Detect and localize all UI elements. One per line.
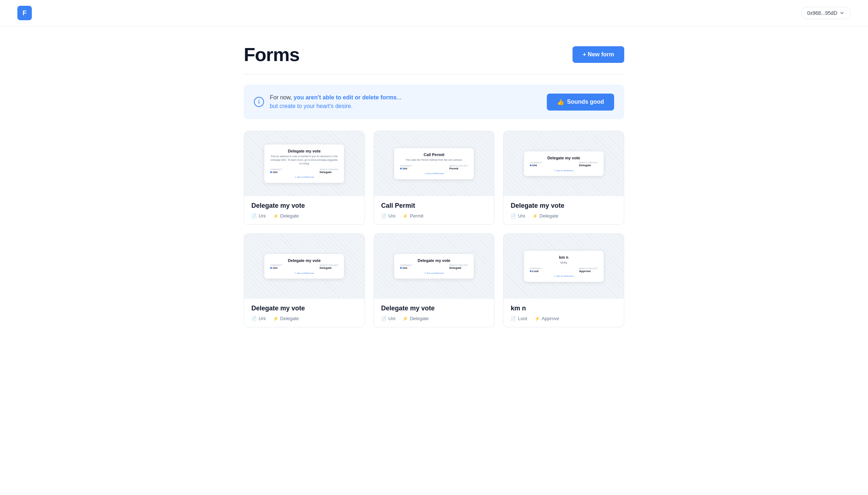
card-meta: 📄 Uni ⚡ Delegate xyxy=(251,316,357,321)
mini-form-fields: CONTRACT Uni WHAT'S THIS DO? Permit xyxy=(400,165,468,170)
meta-action-value: Delegate xyxy=(410,316,429,321)
action-value: Delegate xyxy=(320,171,339,174)
contract-field: CONTRACT Uni xyxy=(530,162,542,167)
form-card-5[interactable]: Delegate my vote CONTRACT Uni WHAT'S THI… xyxy=(374,233,495,327)
contract-field: CONTRACT Uni xyxy=(270,264,282,270)
lightning-icon: ⚡ xyxy=(532,214,538,219)
card-title: Delegate my vote xyxy=(511,202,617,210)
action-field: WHAT'S THIS DO? Delegate xyxy=(320,264,339,270)
page-header: Forms + New form xyxy=(244,44,624,65)
card-title: km n xyxy=(511,305,617,312)
wallet-button[interactable]: 0x968...95dD xyxy=(801,7,851,19)
meta-action-value: Delegate xyxy=(540,213,558,219)
meta-action: ⚡ Approve xyxy=(535,316,559,321)
lightning-icon: ⚡ xyxy=(273,214,278,219)
meta-action-value: Approve xyxy=(542,316,559,321)
sounds-good-button[interactable]: 👍 Sounds good xyxy=(547,94,614,111)
meta-contract-value: Uni xyxy=(518,213,525,219)
header: F 0x968...95dD xyxy=(0,0,868,26)
mini-form-desc: kjbdig xyxy=(530,261,598,264)
link-icon: ↗ xyxy=(294,176,296,178)
action-value: Delegate xyxy=(320,266,339,270)
mini-form: Call Permit This calls the Permit method… xyxy=(394,148,474,179)
meta-action: ⚡ Delegate xyxy=(273,213,299,219)
form-card-4[interactable]: Delegate my vote CONTRACT Uni WHAT'S THI… xyxy=(244,233,365,327)
info-icon: i xyxy=(254,97,264,107)
card-meta: 📄 Uni ⚡ Delegate xyxy=(251,213,357,219)
lightning-icon: ⚡ xyxy=(273,316,278,321)
link-icon: ↗ xyxy=(294,272,296,274)
contract-field: CONTRACT Uni xyxy=(270,168,282,174)
meta-contract-value: Uni xyxy=(388,316,396,321)
action-field: WHAT'S THIS DO? Delegate xyxy=(320,168,339,174)
page-title: Forms xyxy=(244,44,299,65)
mini-form: Delegate my vote CONTRACT Uni WHAT'S THI… xyxy=(394,254,474,279)
meta-action-value: Delegate xyxy=(280,213,299,219)
mini-form-title: Delegate my vote xyxy=(270,258,338,263)
action-value: Delegate xyxy=(579,164,598,167)
card-body: km n 📄 Loot ⚡ Approve xyxy=(503,299,624,327)
mini-form: km n kjbdig CONTRACT Loot WHAT'S THIS DO… xyxy=(524,251,604,282)
contract-dot xyxy=(400,267,402,269)
etherscan-link: ↗ See on Etherscan xyxy=(270,176,338,178)
etherscan-link: ↗ See on Etherscan xyxy=(270,272,338,274)
contract-value: Loot xyxy=(530,270,542,273)
form-card-6[interactable]: km n kjbdig CONTRACT Loot WHAT'S THIS DO… xyxy=(503,233,624,327)
form-card-3[interactable]: Delegate my vote CONTRACT Uni WHAT'S THI… xyxy=(503,131,624,225)
card-preview: Delegate my vote CONTRACT Uni WHAT'S THI… xyxy=(503,131,624,196)
lightning-icon: ⚡ xyxy=(403,316,408,321)
meta-action: ⚡ Permit xyxy=(403,213,424,219)
app-logo: F xyxy=(17,6,32,20)
mini-form-title: Delegate my vote xyxy=(400,258,468,263)
meta-contract-value: Uni xyxy=(259,213,266,219)
contract-value: Uni xyxy=(270,171,282,174)
document-icon: 📄 xyxy=(251,316,257,321)
meta-action-value: Delegate xyxy=(280,316,299,321)
action-field: WHAT'S THIS DO? Delegate xyxy=(449,264,468,270)
lightning-icon: ⚡ xyxy=(535,316,540,321)
meta-action: ⚡ Delegate xyxy=(532,213,558,219)
card-title: Delegate my vote xyxy=(381,305,487,312)
form-card-2[interactable]: Call Permit This calls the Permit method… xyxy=(374,131,495,225)
mini-form-fields: CONTRACT Loot WHAT'S THIS DO? Approve xyxy=(530,267,598,273)
thumbs-up-icon: 👍 xyxy=(557,99,564,106)
link-icon: ↗ xyxy=(554,275,556,277)
card-title: Call Permit xyxy=(381,202,487,210)
contract-dot xyxy=(270,267,272,269)
contract-value: Uni xyxy=(270,266,282,270)
meta-contract: 📄 Uni xyxy=(251,213,266,219)
contract-dot xyxy=(400,168,402,169)
contract-field: CONTRACT Uni xyxy=(400,165,412,170)
mini-form-fields: CONTRACT Uni WHAT'S THIS DO? Delegate xyxy=(270,264,338,270)
etherscan-link: ↗ See on Etherscan xyxy=(400,272,468,274)
chevron-down-icon xyxy=(839,10,844,16)
contract-value: Uni xyxy=(400,266,412,270)
mini-form-title: Delegate my vote xyxy=(270,149,338,153)
link-icon: ↗ xyxy=(424,272,426,274)
meta-contract: 📄 Uni xyxy=(511,213,525,219)
mini-form-title: km n xyxy=(530,255,598,259)
card-title: Delegate my vote xyxy=(251,305,357,312)
mini-form-fields: CONTRACT Uni WHAT'S THIS DO? Delegate xyxy=(270,168,338,174)
action-field: WHAT'S THIS DO? Permit xyxy=(449,165,468,170)
meta-action: ⚡ Delegate xyxy=(273,316,299,321)
card-body: Delegate my vote 📄 Uni ⚡ Delegate xyxy=(503,196,624,224)
document-icon: 📄 xyxy=(251,214,257,219)
mini-form-desc: This calls the Permit method from the Un… xyxy=(400,158,468,162)
document-icon: 📄 xyxy=(381,316,387,321)
card-preview: Delegate my vote CONTRACT Uni WHAT'S THI… xyxy=(374,234,494,299)
new-form-button[interactable]: + New form xyxy=(573,46,624,63)
card-preview: Delegate my vote Pick an address to vote… xyxy=(244,131,365,196)
contract-dot xyxy=(530,164,532,166)
document-icon: 📄 xyxy=(381,214,387,219)
wallet-address: 0x968...95dD xyxy=(807,10,837,16)
link-icon: ↗ xyxy=(424,172,426,175)
info-banner: i For now, you aren't able to edit or de… xyxy=(244,85,624,119)
contract-field: CONTRACT Loot xyxy=(530,267,542,273)
card-body: Delegate my vote 📄 Uni ⚡ Delegate xyxy=(244,196,365,224)
card-meta: 📄 Uni ⚡ Delegate xyxy=(381,316,487,321)
card-title: Delegate my vote xyxy=(251,202,357,210)
action-field: WHAT'S THIS DO? Delegate xyxy=(579,162,598,167)
form-card-1[interactable]: Delegate my vote Pick an address to vote… xyxy=(244,131,365,225)
mini-form-title: Delegate my vote xyxy=(530,156,598,160)
